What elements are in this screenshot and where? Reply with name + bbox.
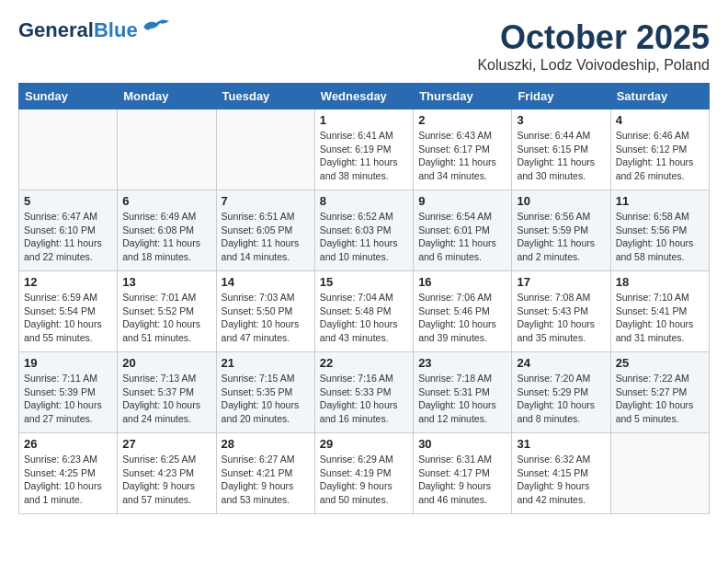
day-info: Sunrise: 7:22 AM Sunset: 5:27 PM Dayligh… [616, 372, 704, 426]
calendar-cell: 9Sunrise: 6:54 AM Sunset: 6:01 PM Daylig… [414, 190, 512, 271]
calendar-cell: 11Sunrise: 6:58 AM Sunset: 5:56 PM Dayli… [610, 190, 709, 271]
header-row: SundayMondayTuesdayWednesdayThursdayFrid… [19, 84, 710, 109]
day-number: 10 [517, 194, 605, 208]
day-number: 14 [222, 275, 310, 289]
week-row-5: 26Sunrise: 6:23 AM Sunset: 4:25 PM Dayli… [19, 433, 710, 514]
calendar-cell: 22Sunrise: 7:16 AM Sunset: 5:33 PM Dayli… [314, 352, 413, 433]
day-number: 8 [320, 194, 408, 208]
day-info: Sunrise: 6:56 AM Sunset: 5:59 PM Dayligh… [517, 210, 605, 264]
day-number: 6 [122, 194, 210, 208]
day-info: Sunrise: 7:03 AM Sunset: 5:50 PM Dayligh… [222, 291, 310, 345]
calendar-cell: 4Sunrise: 6:46 AM Sunset: 6:12 PM Daylig… [610, 109, 709, 190]
weekday-header-monday: Monday [118, 84, 216, 109]
day-info: Sunrise: 6:27 AM Sunset: 4:21 PM Dayligh… [222, 453, 310, 507]
day-info: Sunrise: 6:43 AM Sunset: 6:17 PM Dayligh… [418, 129, 506, 183]
calendar-cell: 1Sunrise: 6:41 AM Sunset: 6:19 PM Daylig… [314, 109, 413, 190]
calendar-cell: 25Sunrise: 7:22 AM Sunset: 5:27 PM Dayli… [610, 352, 709, 433]
day-info: Sunrise: 6:29 AM Sunset: 4:19 PM Dayligh… [320, 453, 408, 507]
weekday-header-tuesday: Tuesday [216, 84, 314, 109]
day-number: 25 [616, 356, 704, 370]
day-number: 7 [222, 194, 310, 208]
week-row-4: 19Sunrise: 7:11 AM Sunset: 5:39 PM Dayli… [19, 352, 710, 433]
day-info: Sunrise: 7:20 AM Sunset: 5:29 PM Dayligh… [517, 372, 605, 426]
month-title: October 2025 [477, 18, 710, 57]
day-number: 12 [24, 275, 112, 289]
calendar-cell: 20Sunrise: 7:13 AM Sunset: 5:37 PM Dayli… [118, 352, 216, 433]
day-info: Sunrise: 6:25 AM Sunset: 4:23 PM Dayligh… [122, 453, 210, 507]
week-row-3: 12Sunrise: 6:59 AM Sunset: 5:54 PM Dayli… [19, 271, 710, 352]
calendar-cell: 5Sunrise: 6:47 AM Sunset: 6:10 PM Daylig… [19, 190, 118, 271]
day-number: 26 [24, 437, 112, 451]
calendar-cell: 28Sunrise: 6:27 AM Sunset: 4:21 PM Dayli… [216, 433, 314, 514]
day-number: 18 [616, 275, 704, 289]
calendar-cell: 27Sunrise: 6:25 AM Sunset: 4:23 PM Dayli… [118, 433, 216, 514]
calendar-cell: 6Sunrise: 6:49 AM Sunset: 6:08 PM Daylig… [118, 190, 216, 271]
day-info: Sunrise: 6:59 AM Sunset: 5:54 PM Dayligh… [24, 291, 112, 345]
calendar-cell: 13Sunrise: 7:01 AM Sunset: 5:52 PM Dayli… [118, 271, 216, 352]
day-number: 17 [517, 275, 605, 289]
day-info: Sunrise: 7:13 AM Sunset: 5:37 PM Dayligh… [122, 372, 210, 426]
day-number: 15 [320, 275, 408, 289]
day-info: Sunrise: 6:51 AM Sunset: 6:05 PM Dayligh… [222, 210, 310, 264]
calendar-cell [19, 109, 118, 190]
day-number: 2 [418, 113, 506, 127]
day-info: Sunrise: 6:52 AM Sunset: 6:03 PM Dayligh… [320, 210, 408, 264]
day-info: Sunrise: 6:32 AM Sunset: 4:15 PM Dayligh… [517, 453, 605, 507]
calendar-cell: 23Sunrise: 7:18 AM Sunset: 5:31 PM Dayli… [414, 352, 512, 433]
week-row-2: 5Sunrise: 6:47 AM Sunset: 6:10 PM Daylig… [19, 190, 710, 271]
day-info: Sunrise: 6:58 AM Sunset: 5:56 PM Dayligh… [616, 210, 704, 264]
day-info: Sunrise: 7:16 AM Sunset: 5:33 PM Dayligh… [320, 372, 408, 426]
day-number: 13 [122, 275, 210, 289]
page-header: GeneralBlue October 2025 Koluszki, Lodz … [18, 18, 710, 74]
week-row-1: 1Sunrise: 6:41 AM Sunset: 6:19 PM Daylig… [19, 109, 710, 190]
day-number: 19 [24, 356, 112, 370]
calendar-cell: 12Sunrise: 6:59 AM Sunset: 5:54 PM Dayli… [19, 271, 118, 352]
weekday-header-sunday: Sunday [19, 84, 118, 109]
day-info: Sunrise: 7:04 AM Sunset: 5:48 PM Dayligh… [320, 291, 408, 345]
calendar-table: SundayMondayTuesdayWednesdayThursdayFrid… [18, 83, 710, 514]
day-info: Sunrise: 7:10 AM Sunset: 5:41 PM Dayligh… [616, 291, 704, 345]
day-number: 29 [320, 437, 408, 451]
calendar-cell: 14Sunrise: 7:03 AM Sunset: 5:50 PM Dayli… [216, 271, 314, 352]
logo-general-text: General [18, 18, 94, 41]
day-number: 20 [122, 356, 210, 370]
day-info: Sunrise: 6:49 AM Sunset: 6:08 PM Dayligh… [122, 210, 210, 264]
weekday-header-saturday: Saturday [610, 84, 709, 109]
location-subtitle: Koluszki, Lodz Voivodeship, Poland [477, 57, 710, 74]
calendar-cell: 16Sunrise: 7:06 AM Sunset: 5:46 PM Dayli… [414, 271, 512, 352]
calendar-cell: 8Sunrise: 6:52 AM Sunset: 6:03 PM Daylig… [314, 190, 413, 271]
day-number: 5 [24, 194, 112, 208]
day-number: 22 [320, 356, 408, 370]
calendar-cell: 21Sunrise: 7:15 AM Sunset: 5:35 PM Dayli… [216, 352, 314, 433]
day-info: Sunrise: 6:41 AM Sunset: 6:19 PM Dayligh… [320, 129, 408, 183]
day-info: Sunrise: 6:44 AM Sunset: 6:15 PM Dayligh… [517, 129, 605, 183]
calendar-cell: 17Sunrise: 7:08 AM Sunset: 5:43 PM Dayli… [512, 271, 610, 352]
weekday-header-wednesday: Wednesday [314, 84, 413, 109]
day-info: Sunrise: 7:01 AM Sunset: 5:52 PM Dayligh… [122, 291, 210, 345]
day-number: 11 [616, 194, 704, 208]
day-number: 1 [320, 113, 408, 127]
calendar-cell [216, 109, 314, 190]
calendar-cell: 24Sunrise: 7:20 AM Sunset: 5:29 PM Dayli… [512, 352, 610, 433]
logo-blue-text: Blue [94, 18, 138, 41]
day-info: Sunrise: 6:31 AM Sunset: 4:17 PM Dayligh… [418, 453, 506, 507]
logo-bird-icon [142, 16, 171, 38]
day-info: Sunrise: 6:47 AM Sunset: 6:10 PM Dayligh… [24, 210, 112, 264]
day-number: 9 [418, 194, 506, 208]
calendar-cell: 3Sunrise: 6:44 AM Sunset: 6:15 PM Daylig… [512, 109, 610, 190]
day-info: Sunrise: 6:54 AM Sunset: 6:01 PM Dayligh… [418, 210, 506, 264]
day-number: 27 [122, 437, 210, 451]
calendar-cell: 31Sunrise: 6:32 AM Sunset: 4:15 PM Dayli… [512, 433, 610, 514]
calendar-cell [118, 109, 216, 190]
calendar-cell: 26Sunrise: 6:23 AM Sunset: 4:25 PM Dayli… [19, 433, 118, 514]
calendar-cell: 19Sunrise: 7:11 AM Sunset: 5:39 PM Dayli… [19, 352, 118, 433]
calendar-cell: 7Sunrise: 6:51 AM Sunset: 6:05 PM Daylig… [216, 190, 314, 271]
day-info: Sunrise: 7:11 AM Sunset: 5:39 PM Dayligh… [24, 372, 112, 426]
day-number: 23 [418, 356, 506, 370]
calendar-cell: 30Sunrise: 6:31 AM Sunset: 4:17 PM Dayli… [414, 433, 512, 514]
logo: GeneralBlue [18, 18, 171, 42]
day-number: 21 [222, 356, 310, 370]
day-info: Sunrise: 6:23 AM Sunset: 4:25 PM Dayligh… [24, 453, 112, 507]
day-number: 24 [517, 356, 605, 370]
day-info: Sunrise: 7:08 AM Sunset: 5:43 PM Dayligh… [517, 291, 605, 345]
